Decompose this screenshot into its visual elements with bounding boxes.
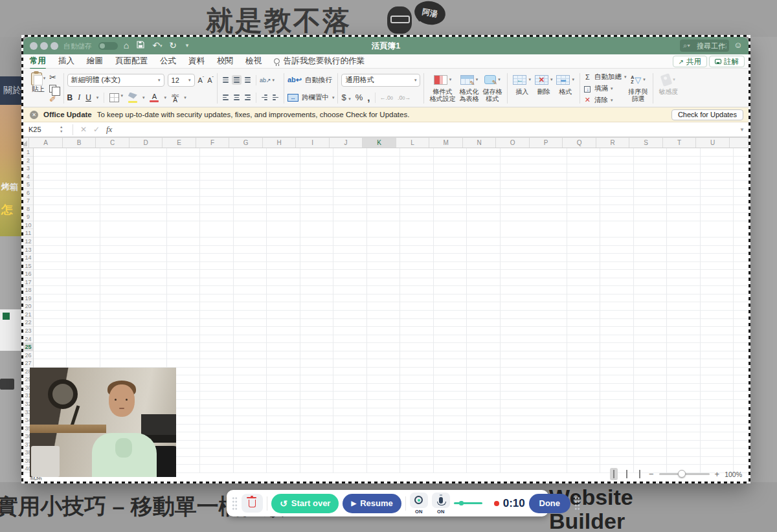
column-header-U[interactable]: U <box>696 138 730 148</box>
row-header-12[interactable]: 12 <box>23 238 33 246</box>
sort-filter-button[interactable]: AZ▽▾ 排序與 篩選 <box>628 71 648 105</box>
confirm-entry-button[interactable]: ✓ <box>93 125 100 134</box>
column-header-S[interactable]: S <box>629 138 663 148</box>
column-header-N[interactable]: N <box>463 138 497 148</box>
currency-button[interactable]: $ ▾ <box>341 93 350 102</box>
comma-style-button[interactable]: , <box>367 92 370 103</box>
row-header-3[interactable]: 3 <box>23 164 33 173</box>
tab-7[interactable]: 校閱 <box>217 56 233 67</box>
font-color-button[interactable]: A <box>150 93 159 102</box>
column-header-E[interactable]: E <box>163 138 196 148</box>
insert-cells-button[interactable]: ←▾ 插入 <box>513 71 531 105</box>
cell-styles-button[interactable]: ▾ 儲存格 樣式 <box>482 71 502 105</box>
row-header-10[interactable]: 10 <box>23 221 33 230</box>
column-header-J[interactable]: J <box>330 138 363 148</box>
row-header-13[interactable]: 13 <box>23 246 33 254</box>
tab-8[interactable]: 檢視 <box>245 56 262 67</box>
row-header-17[interactable]: 17 <box>23 278 33 287</box>
page-break-view-button[interactable] <box>636 468 644 480</box>
row-header-14[interactable]: 14 <box>23 254 33 262</box>
row-header-2[interactable]: 2 <box>23 157 33 165</box>
insert-function-button[interactable]: fx <box>106 124 112 135</box>
borders-button[interactable]: ▾ <box>109 93 123 102</box>
clear-button[interactable]: ✕清除▾ <box>583 94 627 105</box>
resume-button[interactable]: ▶ Resume <box>343 494 401 513</box>
done-button[interactable]: Done <box>529 494 570 513</box>
format-cells-button[interactable]: ▬▾ 格式 <box>556 71 574 105</box>
font-size-select[interactable]: 12▾ <box>168 74 195 87</box>
align-bottom-button[interactable] <box>243 75 253 85</box>
row-header-5[interactable]: 5 <box>23 181 33 189</box>
phonetic-button[interactable]: abcA <box>172 93 179 102</box>
column-header-G[interactable]: G <box>229 138 263 148</box>
number-format-select[interactable]: 通用格式▾ <box>341 74 420 87</box>
zoom-in-button[interactable]: + <box>715 469 720 479</box>
orientation-button[interactable]: ab↗ <box>260 77 271 83</box>
column-header-F[interactable]: F <box>196 138 230 148</box>
delete-recording-button[interactable] <box>242 494 263 513</box>
align-center-button[interactable] <box>232 93 242 102</box>
underline-button[interactable]: U <box>85 93 91 102</box>
row-header-20[interactable]: 20 <box>23 302 33 311</box>
row-header-4[interactable]: 4 <box>23 173 33 181</box>
row-header-11[interactable]: 11 <box>23 229 33 238</box>
feedback-smiley-button[interactable]: ☺ <box>734 40 742 50</box>
formula-input[interactable] <box>120 124 729 135</box>
column-header-B[interactable]: B <box>63 138 96 148</box>
column-header-Q[interactable]: Q <box>563 138 596 148</box>
tab-5[interactable]: 公式 <box>160 56 176 67</box>
copy-button[interactable]: ▾ <box>49 85 60 93</box>
row-header-19[interactable]: 19 <box>23 294 33 303</box>
normal-view-button[interactable] <box>610 468 618 480</box>
tab-4[interactable]: 頁面配置 <box>115 56 148 67</box>
percent-button[interactable]: % <box>355 93 363 102</box>
increase-indent-button[interactable] <box>271 93 280 102</box>
fill-color-button[interactable] <box>128 93 137 103</box>
tab-1[interactable]: 常用 <box>30 56 46 67</box>
column-header-R[interactable]: R <box>596 138 630 148</box>
paste-button[interactable]: ▾ 貼上 <box>27 71 49 105</box>
column-header-D[interactable]: D <box>130 138 163 148</box>
wrap-text-button[interactable]: ab↩ 自動換行 <box>287 71 335 89</box>
column-header-M[interactable]: M <box>429 138 463 148</box>
cancel-entry-button[interactable]: ✕ <box>80 125 87 134</box>
row-header-15[interactable]: 15 <box>23 262 33 271</box>
row-header-27[interactable]: 27 <box>23 359 33 368</box>
delete-cells-button[interactable]: ✕▾ 刪除 <box>535 71 553 105</box>
row-header-22[interactable]: 22 <box>23 318 33 327</box>
fill-button[interactable]: ↓填滿▾ <box>583 83 627 94</box>
row-header-26[interactable]: 26 <box>23 351 33 360</box>
tab-6[interactable]: 資料 <box>188 56 205 67</box>
align-middle-button[interactable] <box>232 75 242 85</box>
webcam-overlay[interactable] <box>30 368 176 477</box>
column-header-C[interactable]: C <box>96 138 130 148</box>
column-header-T[interactable]: T <box>663 138 697 148</box>
tell-me-button[interactable]: 告訴我您要執行的作業 <box>274 56 365 67</box>
cut-button[interactable]: ✂ <box>49 72 60 82</box>
row-header-21[interactable]: 21 <box>23 311 33 319</box>
comments-button[interactable]: 註解 <box>709 56 745 67</box>
share-button[interactable]: ↗ 共用 <box>673 56 707 67</box>
increase-font-button[interactable]: Aˆ <box>198 76 205 84</box>
row-header-18[interactable]: 18 <box>23 286 33 294</box>
name-box-stepper[interactable]: ▲▼ <box>60 125 63 134</box>
row-header-9[interactable]: 9 <box>23 213 33 221</box>
tab-2[interactable]: 插入 <box>58 56 74 67</box>
italic-button[interactable]: I <box>78 93 80 102</box>
row-header-8[interactable]: 8 <box>23 205 33 214</box>
camera-toggle[interactable]: ON <box>410 493 428 515</box>
column-header-I[interactable]: I <box>296 138 330 148</box>
row-header-23[interactable]: 23 <box>23 327 33 335</box>
tab-3[interactable]: 繪圖 <box>87 56 103 67</box>
column-header-O[interactable]: O <box>496 138 530 148</box>
autosum-button[interactable]: Σ自動加總▾ <box>583 71 627 82</box>
row-header-25[interactable]: 25 <box>23 343 33 351</box>
check-updates-button[interactable]: Check for Updates <box>671 109 743 120</box>
drag-handle-left[interactable] <box>232 496 238 511</box>
drag-handle-right[interactable] <box>574 496 580 511</box>
row-header-24[interactable]: 24 <box>23 335 33 344</box>
start-over-button[interactable]: ↺ Start over <box>271 494 339 513</box>
zoom-slider[interactable] <box>659 473 710 475</box>
align-right-button[interactable] <box>243 93 253 102</box>
column-header-partial[interactable] <box>730 138 749 148</box>
